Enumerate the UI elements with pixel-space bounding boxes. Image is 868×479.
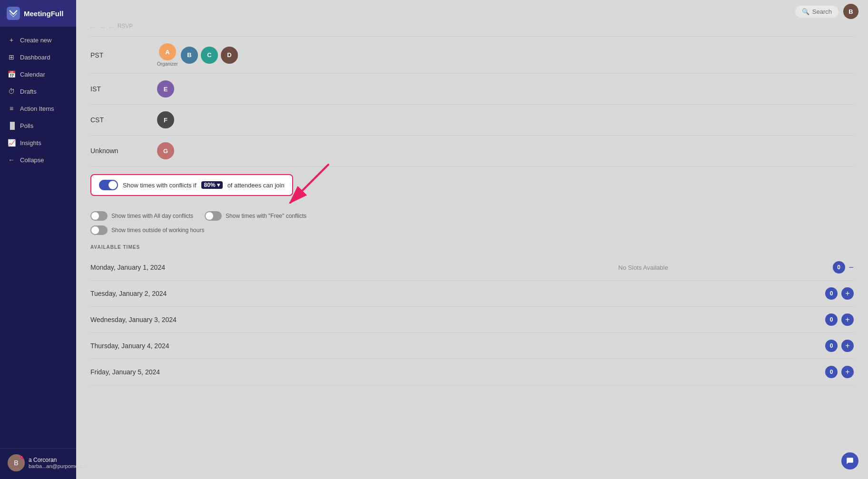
sidebar-label-create-new: Create new: [20, 37, 51, 44]
slot-count-badge: 0: [825, 366, 838, 378]
attendee-avatars: E: [157, 80, 174, 98]
outside-hours-toggle[interactable]: [90, 225, 108, 235]
secondary-options: Show times with All day conflicts Show t…: [90, 211, 854, 221]
all-day-conflicts-option: Show times with All day conflicts: [90, 211, 193, 221]
date-row-actions: 0−: [833, 261, 854, 274]
sidebar-item-collapse[interactable]: ← Collapse: [0, 151, 76, 168]
date-row-actions: 0+: [825, 340, 854, 352]
sidebar-label-collapse: Collapse: [20, 156, 44, 164]
timezone-label: PST: [90, 51, 148, 59]
avatar: C: [201, 47, 218, 64]
date-label: Tuesday, January 2, 2024: [90, 290, 450, 297]
outside-hours-option: Show times outside of working hours: [90, 225, 204, 235]
topbar-avatar[interactable]: B: [843, 4, 858, 19]
avatar-wrap: D: [221, 47, 238, 64]
polls-icon: ▐▌: [8, 122, 15, 129]
attendee-avatars: AOrganizerBCD: [157, 43, 238, 67]
date-row: Tuesday, January 2, 20240+: [90, 281, 854, 307]
attendee-row: CSTF: [90, 105, 854, 136]
sidebar-item-action-items[interactable]: ≡ Action Items: [0, 100, 76, 117]
slot-count-badge: 0: [825, 287, 838, 300]
date-label: Thursday, January 4, 2024: [90, 342, 450, 350]
sidebar-item-calendar[interactable]: 📅 Calendar: [0, 66, 76, 83]
avatar-wrap: E: [157, 80, 174, 98]
dashboard-icon: ⊞: [8, 53, 15, 61]
attendee-row: UnknownG: [90, 136, 854, 166]
chevron-down-icon: ▾: [217, 182, 220, 188]
search-icon: 🔍: [802, 8, 809, 15]
calendar-icon: 📅: [8, 70, 15, 78]
free-conflicts-option: Show times with "Free" conflicts: [205, 211, 306, 221]
sidebar-item-create-new[interactable]: + Create new: [0, 31, 76, 49]
user-email: barba...an@purpome.c...: [29, 463, 87, 469]
sidebar-item-dashboard[interactable]: ⊞ Dashboard: [0, 49, 76, 66]
avatar: F: [157, 111, 174, 128]
insights-icon: 📈: [8, 139, 15, 147]
avatar-label: Organizer: [157, 61, 178, 67]
avatar: E: [157, 80, 174, 98]
avatar: G: [157, 142, 174, 159]
attendee-row: ISTE: [90, 74, 854, 105]
sidebar-item-polls[interactable]: ▐▌ Polls: [0, 117, 76, 134]
notification-badge: 61: [20, 454, 25, 459]
attendee-avatars: G: [157, 142, 174, 159]
remove-slot-button[interactable]: −: [849, 263, 854, 273]
add-slot-button[interactable]: +: [841, 340, 854, 352]
app-logo[interactable]: MeetingFull: [0, 0, 76, 27]
add-slot-button[interactable]: +: [841, 366, 854, 378]
avatar: B: [181, 47, 198, 64]
date-row-actions: 0+: [825, 287, 854, 300]
date-row: Monday, January 1, 2024No Slots Availabl…: [90, 254, 854, 281]
sidebar-label-action-items: Action Items: [20, 105, 54, 112]
avatar: A: [159, 43, 176, 60]
free-conflicts-toggle[interactable]: [205, 211, 222, 221]
logo-icon: [7, 7, 20, 20]
tz-label-partial: ... ... ... RSVP: [90, 23, 148, 29]
add-slot-button[interactable]: +: [841, 313, 854, 326]
timezone-label: IST: [90, 85, 148, 93]
sidebar-label-dashboard: Dashboard: [20, 54, 50, 61]
avatar-wrap: AOrganizer: [157, 43, 178, 67]
user-profile[interactable]: B 61 a Corcoran barba...an@purpome.c...: [8, 454, 69, 471]
search-label: Search: [812, 8, 832, 15]
sidebar-label-calendar: Calendar: [20, 71, 45, 78]
sidebar-bottom: B 61 a Corcoran barba...an@purpome.c...: [0, 448, 76, 479]
avatar-wrap: B: [181, 47, 198, 64]
all-day-toggle[interactable]: [90, 211, 108, 221]
date-label: Wednesday, January 3, 2024: [90, 316, 450, 323]
tertiary-options: Show times outside of working hours: [90, 225, 854, 235]
conflict-label-after: of attendees can join: [227, 182, 285, 189]
app-name: MeetingFull: [24, 10, 63, 18]
topbar: 🔍 Search B: [76, 0, 868, 23]
date-label: Monday, January 1, 2024: [90, 264, 454, 271]
content-area: ... ... ... RSVP PSTAOrganizerBCDISTECST…: [76, 23, 868, 400]
attendees-container: PSTAOrganizerBCDISTECSTFUnknownG: [90, 37, 854, 166]
avatar: D: [221, 47, 238, 64]
plus-icon: +: [8, 36, 15, 44]
conflict-percentage[interactable]: 80% ▾: [201, 181, 223, 189]
slot-count-badge: 0: [825, 313, 838, 326]
dates-container: Monday, January 1, 2024No Slots Availabl…: [90, 254, 854, 385]
timezone-label: Unknown: [90, 147, 148, 155]
slot-count-badge: 0: [833, 261, 845, 274]
search-bar[interactable]: 🔍 Search: [795, 6, 838, 18]
sidebar-label-polls: Polls: [20, 122, 33, 129]
date-label: Friday, January 5, 2024: [90, 368, 450, 376]
date-row: Wednesday, January 3, 20240+: [90, 307, 854, 333]
avatar-wrap: G: [157, 142, 174, 159]
main-content: 🔍 Search B ... ... ... RSVP PSTAOrganize…: [76, 0, 868, 479]
no-slots-text: No Slots Available: [462, 264, 825, 271]
add-slot-button[interactable]: +: [841, 287, 854, 300]
collapse-icon: ←: [8, 156, 15, 164]
attendee-avatars: F: [157, 111, 174, 128]
date-row-actions: 0+: [825, 313, 854, 326]
user-name: a Corcoran: [29, 457, 87, 463]
chat-bubble[interactable]: [841, 452, 858, 469]
conflict-options-area: Show times with conflicts if 80% ▾ of at…: [90, 174, 854, 204]
date-row-actions: 0+: [825, 366, 854, 378]
sidebar-item-drafts[interactable]: ⏱ Drafts: [0, 83, 76, 100]
sidebar-item-insights[interactable]: 📈 Insights: [0, 134, 76, 151]
date-row: Friday, January 5, 20240+: [90, 359, 854, 385]
sidebar-label-insights: Insights: [20, 139, 41, 147]
conflict-toggle[interactable]: [99, 180, 118, 190]
